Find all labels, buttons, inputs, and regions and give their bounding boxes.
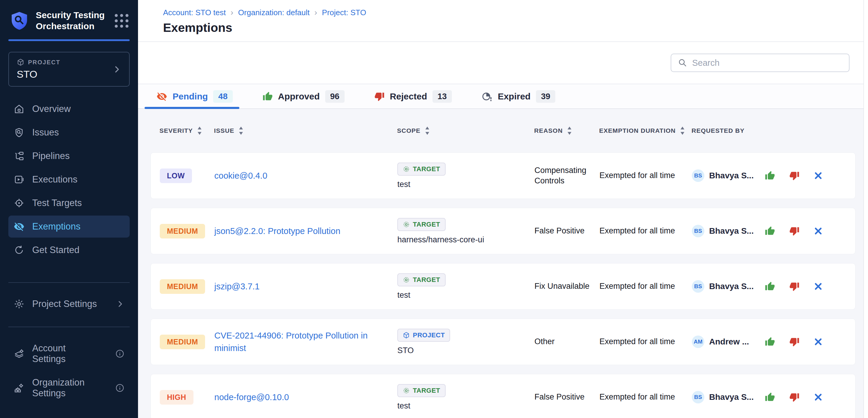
reject-button[interactable] [789,281,800,291]
sidebar-item-project-settings[interactable]: Project Settings [8,293,130,315]
reason: Other [534,337,599,347]
close-icon [814,337,823,346]
app-switcher-grid-icon[interactable] [115,14,128,28]
reject-button[interactable] [789,171,800,181]
tab-label: Rejected [390,92,427,102]
reject-button[interactable] [789,392,800,402]
table-row[interactable]: MEDIUM jszip@3.7.1 TARGET test Fix Unava… [151,263,856,310]
severity-badge: LOW [160,169,192,183]
scope-name: STO [397,346,414,355]
home-icon [14,104,25,114]
requested-by: BS Bhavya S... [692,225,765,237]
approve-button[interactable] [765,226,775,236]
tab-pending[interactable]: Pending 48 [156,84,233,108]
tab-rejected[interactable]: Rejected 13 [374,84,452,108]
scrollbar-gutter[interactable] [864,0,868,418]
approve-button[interactable] [765,281,775,291]
cancel-button[interactable] [814,227,823,236]
project-selector-label: PROJECT [28,59,60,66]
severity-badge: MEDIUM [160,224,205,239]
close-icon [814,171,823,180]
column-header-scope[interactable]: SCOPE [397,126,534,135]
sidebar-item-overview[interactable]: Overview [8,98,130,120]
issue-link[interactable]: json5@2.2.0: Prototype Pollution [214,225,397,237]
sort-icon[interactable] [425,126,430,135]
sort-icon[interactable] [197,126,202,135]
approve-button[interactable] [765,337,775,347]
issue-link[interactable]: node-forge@0.10.0 [214,391,397,404]
issue-link[interactable]: cookie@0.4.0 [214,169,397,182]
sidebar-item-organization-settings[interactable]: Organization Settings [8,372,130,404]
app-window: Security Testing Orchestration PROJECT S… [0,0,868,418]
thumb-up-icon [765,171,775,181]
close-icon [814,227,823,236]
cancel-button[interactable] [814,171,823,180]
sidebar-item-get-started[interactable]: Get Started [8,239,130,261]
breadcrumb: Account: STO test › Organization: defaul… [163,8,868,17]
requester-name: Bhavya S... [709,392,753,402]
tab-count-badge: 48 [213,90,232,103]
project-selector[interactable]: PROJECT STO [8,52,130,86]
close-icon [814,393,823,402]
breadcrumb-organization[interactable]: Organization: default [238,8,310,17]
column-header-reason[interactable]: REASON [534,126,599,135]
approve-button[interactable] [765,392,775,402]
tab-count-badge: 96 [325,90,345,103]
cube-icon [17,58,25,66]
table-row[interactable]: MEDIUM CVE-2021-44906: Prototype Polluti… [151,319,856,365]
requested-by: BS Bhavya S... [692,169,765,182]
issue-link[interactable]: CVE-2021-44906: Prototype Pollution in m… [214,329,397,354]
column-header-issue[interactable]: ISSUE [214,126,397,135]
tab-expired[interactable]: Expired 39 [482,84,555,108]
sidebar-item-label: Issues [32,127,59,138]
search-input[interactable] [692,58,842,68]
avatar: BS [692,169,704,182]
sidebar-item-issues[interactable]: Issues [8,121,130,143]
table-row[interactable]: LOW cookie@0.4.0 TARGET test Compensatin… [151,152,856,199]
search-box[interactable] [671,54,849,72]
info-icon[interactable] [115,349,124,358]
scope-cell: TARGET test [397,384,534,411]
cancel-button[interactable] [814,337,823,346]
tab-count-badge: 39 [536,90,555,103]
row-actions [765,171,855,181]
target-scope-icon [403,276,410,283]
table-row[interactable]: MEDIUM json5@2.2.0: Prototype Pollution … [151,208,856,254]
sidebar-item-label: Pipelines [32,151,70,161]
issue-link[interactable]: jszip@3.7.1 [214,280,397,293]
sort-icon[interactable] [239,126,244,135]
column-header-severity[interactable]: SEVERITY [159,126,214,135]
breadcrumb-separator-icon: › [314,8,317,17]
approve-button[interactable] [765,171,775,181]
scope-type: TARGET [413,387,440,394]
sidebar-item-test-targets[interactable]: Test Targets [8,192,130,214]
play-icon [14,174,25,185]
tabs: Pending 48 Approved 96 Rejected 13 [138,84,868,109]
breadcrumb-project[interactable]: Project: STO [322,8,366,17]
cancel-button[interactable] [814,393,823,402]
sidebar-item-exemptions[interactable]: Exemptions [8,215,130,238]
cancel-button[interactable] [814,282,823,291]
sidebar-item-pipelines[interactable]: Pipelines [8,145,130,167]
sidebar-item-executions[interactable]: Executions [8,169,130,190]
requester-name: Bhavya S... [709,171,753,180]
requester-name: Bhavya S... [709,226,753,236]
requester-name: Andrew ... [709,337,749,347]
info-icon[interactable] [115,383,124,392]
sort-icon[interactable] [567,126,572,135]
reject-button[interactable] [789,337,800,347]
table-row[interactable]: HIGH node-forge@0.10.0 TARGET test False… [151,374,856,418]
thumb-down-icon [374,92,384,102]
avatar: BS [692,225,704,237]
severity-badge: MEDIUM [160,279,205,294]
tab-approved[interactable]: Approved 96 [262,84,345,108]
column-header-requested-by: REQUESTED BY [691,127,765,134]
breadcrumb-account[interactable]: Account: STO test [163,8,226,17]
reject-button[interactable] [789,226,800,236]
exemption-duration: Exempted for all time [599,281,692,291]
sort-icon[interactable] [680,126,685,135]
sidebar-item-account-settings[interactable]: Account Settings [8,337,130,370]
column-header-exemption-duration[interactable]: EXEMPTION DURATION [599,126,691,135]
toolbar [138,42,868,84]
reason: False Positive [534,392,599,402]
